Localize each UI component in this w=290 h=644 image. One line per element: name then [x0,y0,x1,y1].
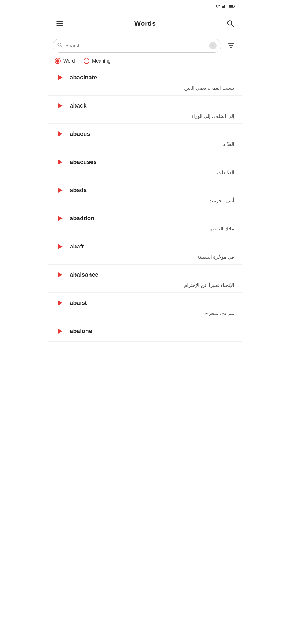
play-icon [58,131,63,137]
meaning-text: منزعج، منحرج [54,310,236,316]
word-row: abacinate [54,72,236,83]
word-row: abacus [54,128,236,140]
wifi-icon [215,4,220,9]
clear-button[interactable]: × [209,42,217,49]
play-icon [58,328,63,334]
filter-word-label: Word [63,58,75,64]
meaning-text: يسبب العمى، يعمي العين [54,85,236,91]
word-text: abacuses [70,159,97,166]
filter-meaning-label: Meaning [92,58,111,64]
word-row: abaist [54,297,236,309]
radio-word [55,58,61,64]
word-text: abacus [70,130,90,137]
word-item: abaddon ملاك الجحيم [48,208,242,236]
word-text: abalone [70,328,92,335]
word-item: abaisance الإنحناء تعبيراً عن الإحترام [48,265,242,293]
play-button-5[interactable] [54,213,66,224]
play-button-2[interactable] [54,128,66,140]
meaning-text: في مؤخِّرة السفينة [54,254,236,260]
meaning-text: الإنحناء تعبيراً عن الإحترام [54,282,236,288]
word-row: abaisance [54,269,236,281]
signal-icon [222,4,227,9]
word-text: abaft [70,243,84,250]
meaning-text: العدّاد [54,141,236,147]
svg-rect-3 [226,4,226,8]
menu-button[interactable] [54,18,66,30]
status-icons [215,4,235,9]
word-item: abacinate يسبب العمى، يعمي العين [48,67,242,96]
play-icon [58,103,63,108]
word-text: abaisance [70,271,98,278]
word-text: abaist [70,299,87,306]
word-item: abaist منزعج، منحرج [48,293,242,321]
filter-button[interactable] [224,39,237,52]
word-text: abada [70,187,87,194]
search-input[interactable] [65,43,209,49]
play-button-7[interactable] [54,269,66,281]
play-icon [58,272,63,277]
meaning-text: أنثى الخرتيت [54,198,236,204]
play-icon [58,159,63,165]
filter-row: Word Meaning [48,55,242,67]
word-text: abacinate [70,74,97,81]
radio-meaning [84,58,89,64]
word-item: abalone [48,321,242,342]
app-header: Words [48,13,242,34]
meaning-text: إلى الخلف، إلى الوراء [54,113,236,119]
play-button-9[interactable] [54,325,66,337]
play-button-8[interactable] [54,297,66,309]
search-box: × [53,39,221,53]
svg-rect-5 [229,5,233,7]
search-button[interactable] [224,18,236,30]
svg-rect-2 [224,5,225,8]
word-row: abada [54,184,236,196]
svg-rect-1 [223,6,224,8]
play-icon [58,188,63,193]
filter-word[interactable]: Word [55,58,75,64]
word-row: abacuses [54,156,236,168]
word-text: aback [70,102,86,109]
play-icon [58,216,63,221]
svg-rect-0 [222,6,223,8]
status-bar [48,0,242,13]
word-item: abada أنثى الخرتيت [48,180,242,208]
play-icon [58,75,63,80]
word-row: abaft [54,241,236,253]
word-item: abacuses العدّادات [48,152,242,180]
search-icon [57,42,63,49]
svg-line-11 [231,25,234,27]
search-container: × [48,34,242,55]
word-text: abaddon [70,215,95,222]
play-button-1[interactable] [54,100,66,112]
word-row: abaddon [54,213,236,224]
word-list: abacinate يسبب العمى، يعمي العين aback إ… [48,67,242,342]
play-button-0[interactable] [54,72,66,83]
meaning-text: ملاك الجحيم [54,226,236,232]
word-item: abaft في مؤخِّرة السفينة [48,236,242,265]
play-button-6[interactable] [54,241,66,253]
word-item: abacus العدّاد [48,124,242,152]
play-icon [58,300,63,306]
svg-line-13 [61,46,62,47]
battery-icon [229,4,235,9]
play-button-4[interactable] [54,184,66,196]
play-button-3[interactable] [54,156,66,168]
word-row: abalone [54,325,236,337]
word-item: aback إلى الخلف، إلى الوراء [48,96,242,124]
page-title: Words [134,19,156,28]
filter-meaning[interactable]: Meaning [84,58,111,64]
word-row: aback [54,100,236,112]
meaning-text: العدّادات [54,170,236,175]
play-icon [58,244,63,249]
svg-rect-6 [234,6,235,7]
